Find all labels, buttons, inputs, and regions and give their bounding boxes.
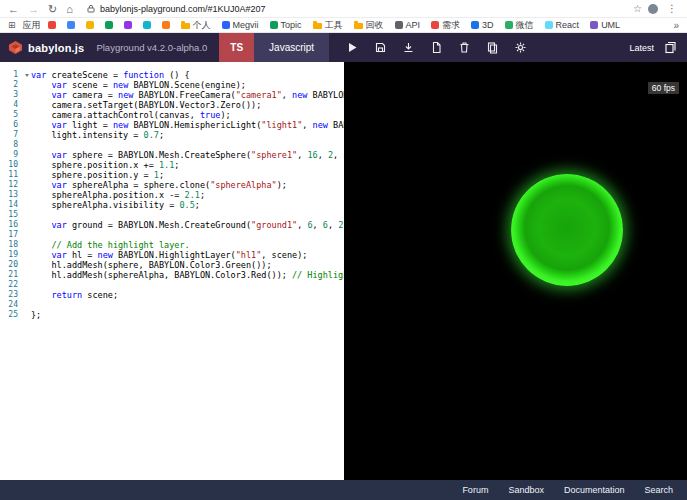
code-line[interactable]: 12 var sphereAlpha = sphere.clone("spher… (0, 180, 344, 190)
favicon-icon (124, 21, 132, 29)
url-text[interactable]: babylonjs-playground.com/#1KUJ0A#207 (100, 4, 628, 14)
code-text: camera.attachControl(canvas, true); (31, 110, 344, 120)
refresh-icon[interactable]: ↻ (48, 0, 57, 18)
bookmark-favicon[interactable] (67, 21, 75, 29)
code-line[interactable]: 10 sphere.position.x += 1.1; (0, 160, 344, 170)
bookmark-item[interactable]: 需求 (431, 19, 460, 32)
bookmark-item[interactable]: React (545, 20, 580, 30)
footer-link-search[interactable]: Search (644, 485, 673, 495)
tab-javascript[interactable]: Javascript (254, 33, 329, 62)
play-icon[interactable] (346, 41, 359, 54)
code-line[interactable]: 6 var light = new BABYLON.HemisphericLig… (0, 120, 344, 130)
tab-ts[interactable]: TS (219, 33, 254, 62)
code-text (31, 210, 344, 220)
line-number: 4 (0, 100, 22, 110)
favicon-icon (471, 21, 479, 29)
code-line[interactable]: 13 sphereAlpha.position.x -= 2.1; (0, 190, 344, 200)
code-line[interactable]: 9 var sphere = BABYLON.Mesh.CreateSphere… (0, 150, 344, 160)
babylon-logo[interactable]: babylon.js (0, 40, 92, 55)
bookmark-item[interactable]: Topic (270, 20, 302, 30)
code-line[interactable]: 15 (0, 210, 344, 220)
code-line[interactable]: 21 hl.addMesh(sphereAlpha, BABYLON.Color… (0, 270, 344, 280)
code-line[interactable]: 18 // Add the highlight layer. (0, 240, 344, 250)
pages-icon[interactable] (664, 41, 677, 54)
code-text: var sphere = BABYLON.Mesh.CreateSphere("… (31, 150, 344, 160)
bookmark-item[interactable]: 回收 (354, 19, 384, 32)
favicon-icon (395, 21, 403, 29)
star-icon[interactable]: ☆ (633, 3, 642, 14)
fold-spacer (22, 250, 31, 260)
bookmark-favicon[interactable] (105, 21, 113, 29)
code-editor[interactable]: 1var createScene = function () {2 var sc… (0, 62, 344, 480)
bookmark-favicon[interactable] (124, 21, 132, 29)
trash-icon[interactable] (458, 41, 471, 54)
line-number: 8 (0, 140, 22, 150)
line-number: 22 (0, 280, 22, 290)
bookmark-favicon[interactable] (48, 21, 56, 29)
code-line[interactable]: 20 hl.addMesh(sphere, BABYLON.Color3.Gre… (0, 260, 344, 270)
bookmark-item[interactable]: API (395, 20, 421, 30)
forward-icon[interactable]: → (28, 0, 39, 18)
line-number: 5 (0, 110, 22, 120)
render-canvas[interactable]: 60 fps (344, 62, 687, 480)
apps-label[interactable]: 应用 (23, 19, 41, 32)
code-line[interactable]: 23 return scene; (0, 290, 344, 300)
bookmarks-overflow-icon[interactable]: » (673, 20, 679, 31)
version-selector[interactable]: Latest (629, 43, 654, 53)
settings-icon[interactable] (514, 41, 527, 54)
code-text: var hl = new BABYLON.HighlightLayer("hl1… (31, 250, 344, 260)
bookmark-item[interactable]: UML (590, 20, 620, 30)
code-line[interactable]: 14 sphereAlpha.visibility = 0.5; (0, 200, 344, 210)
code-line[interactable]: 4 camera.setTarget(BABYLON.Vector3.Zero(… (0, 100, 344, 110)
bookmark-label: 3D (482, 20, 494, 30)
footer-link-sandbox[interactable]: Sandbox (508, 485, 544, 495)
code-line[interactable]: 19 var hl = new BABYLON.HighlightLayer("… (0, 250, 344, 260)
download-icon[interactable] (402, 41, 415, 54)
bookmark-favicon[interactable] (86, 21, 94, 29)
code-line[interactable]: 22 (0, 280, 344, 290)
code-text: return scene; (31, 290, 344, 300)
footer-link-documentation[interactable]: Documentation (564, 485, 625, 495)
fold-spacer (22, 300, 31, 310)
code-line[interactable]: 16 var ground = BABYLON.Mesh.CreateGroun… (0, 220, 344, 230)
code-text (31, 280, 344, 290)
new-file-icon[interactable] (430, 41, 443, 54)
bookmark-item[interactable]: Megvii (222, 20, 259, 30)
code-line[interactable]: 25}; (0, 310, 344, 320)
code-line[interactable]: 24 (0, 300, 344, 310)
line-number: 13 (0, 190, 22, 200)
bookmark-item[interactable]: 3D (471, 20, 494, 30)
code-line[interactable]: 11 sphere.position.y = 1; (0, 170, 344, 180)
code-line[interactable]: 8 (0, 140, 344, 150)
code-line[interactable]: 17 (0, 230, 344, 240)
code-line[interactable]: 1var createScene = function () { (0, 70, 344, 80)
playground-title: Playground v4.2.0-alpha.0 (96, 42, 207, 53)
fold-icon[interactable] (22, 70, 31, 80)
bookmark-favicon[interactable] (143, 21, 151, 29)
apps-grid-icon[interactable]: ⊞ (8, 18, 16, 33)
bookmark-item[interactable]: 微信 (505, 19, 534, 32)
bookmark-favicon[interactable] (162, 21, 170, 29)
code-line[interactable]: 7 light.intensity = 0.7; (0, 130, 344, 140)
folder-icon (313, 23, 322, 29)
favicon-icon (431, 21, 439, 29)
fold-spacer (22, 290, 31, 300)
avatar-icon[interactable] (648, 4, 658, 14)
back-icon[interactable]: ← (8, 0, 19, 18)
home-icon[interactable]: ⌂ (66, 0, 73, 18)
clipboard-icon[interactable] (486, 41, 499, 54)
line-number: 6 (0, 120, 22, 130)
menu-icon[interactable]: ⋮ (667, 3, 677, 14)
code-text: camera.setTarget(BABYLON.Vector3.Zero())… (31, 100, 344, 110)
footer-link-forum[interactable]: Forum (462, 485, 488, 495)
code-line[interactable]: 2 var scene = new BABYLON.Scene(engine); (0, 80, 344, 90)
address-bar[interactable]: babylonjs-playground.com/#1KUJ0A#207 ☆ (79, 3, 642, 14)
save-icon[interactable] (374, 41, 387, 54)
bookmark-item[interactable]: 工具 (313, 19, 343, 32)
fold-spacer (22, 280, 31, 290)
fold-spacer (22, 210, 31, 220)
code-line[interactable]: 5 camera.attachControl(canvas, true); (0, 110, 344, 120)
line-number: 25 (0, 310, 22, 320)
bookmark-item[interactable]: 个人 (181, 19, 211, 32)
code-line[interactable]: 3 var camera = new BABYLON.FreeCamera("c… (0, 90, 344, 100)
